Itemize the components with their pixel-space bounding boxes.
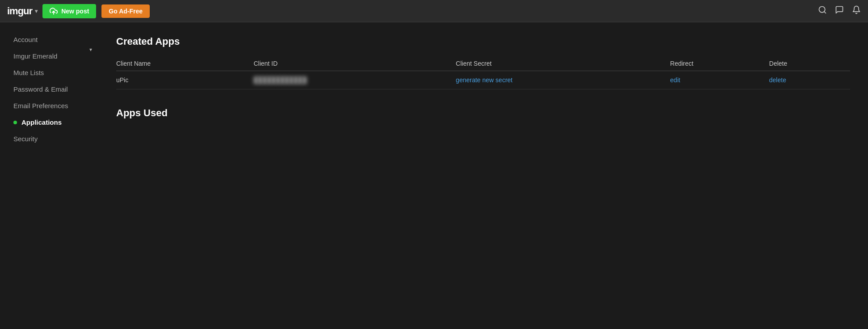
table-header-row: Client Name Client ID Client Secret Redi… [116,56,850,71]
imgur-logo[interactable]: imgur ▾ [7,5,37,17]
active-indicator-dot [13,121,17,124]
sidebar-label-account: Account [13,36,38,43]
below-nav-chevron[interactable]: ▾ [88,45,94,55]
top-navigation: imgur ▾ New post Go Ad-Free [0,0,868,22]
cell-client-secret: generate new secret [456,71,670,89]
sidebar-item-mute-lists[interactable]: Mute Lists [0,64,98,81]
logo-text: imgur [7,5,32,17]
cell-redirect: edit [670,71,769,89]
sidebar-label-mute-lists: Mute Lists [13,69,44,76]
sidebar-item-account[interactable]: Account [0,31,98,48]
logo-dropdown-chevron[interactable]: ▾ [35,8,37,14]
go-ad-free-label: Go Ad-Free [109,8,143,15]
sidebar-item-email-preferences[interactable]: Email Preferences [0,97,98,114]
sidebar-item-applications[interactable]: Applications [0,114,98,131]
sidebar-label-imgur-emerald: Imgur Emerald [13,52,57,60]
logo-area: imgur ▾ [7,5,37,17]
created-apps-table: Client Name Client ID Client Secret Redi… [116,56,850,89]
cell-client-name: uPic [116,71,253,89]
col-header-client-id: Client ID [253,56,455,71]
created-apps-title: Created Apps [116,36,850,47]
go-ad-free-button[interactable]: Go Ad-Free [101,4,150,18]
generate-new-secret-link[interactable]: generate new secret [456,76,513,84]
upload-icon [50,7,58,15]
col-header-client-secret: Client Secret [456,56,670,71]
sidebar-label-security: Security [13,135,38,143]
sidebar-item-imgur-emerald[interactable]: Imgur Emerald [0,48,98,64]
edit-redirect-link[interactable]: edit [670,76,680,84]
messages-icon[interactable] [835,5,844,17]
new-post-label: New post [61,8,89,15]
cell-delete: delete [769,71,850,89]
sidebar-label-applications: Applications [21,118,62,126]
table-row: uPic ████████████ generate new secret ed… [116,71,850,89]
apps-used-title: Apps Used [116,107,850,119]
sidebar-item-password-email[interactable]: Password & Email [0,81,98,97]
col-header-client-name: Client Name [116,56,253,71]
col-header-redirect: Redirect [670,56,769,71]
settings-sidebar: Account Imgur Emerald Mute Lists Passwor… [0,22,98,329]
svg-line-2 [824,12,826,13]
topnav-right-icons [818,5,861,17]
new-post-button[interactable]: New post [42,4,96,18]
sidebar-label-password-email: Password & Email [13,85,68,93]
cell-client-id: ████████████ [253,71,455,89]
search-icon[interactable] [818,5,827,17]
page-layout: Account Imgur Emerald Mute Lists Passwor… [0,22,868,329]
delete-app-link[interactable]: delete [769,76,786,84]
sidebar-item-security[interactable]: Security [0,131,98,147]
col-header-delete: Delete [769,56,850,71]
main-content: Created Apps Client Name Client ID Clien… [98,22,868,329]
sidebar-label-email-preferences: Email Preferences [13,102,68,110]
notifications-icon[interactable] [852,5,861,17]
